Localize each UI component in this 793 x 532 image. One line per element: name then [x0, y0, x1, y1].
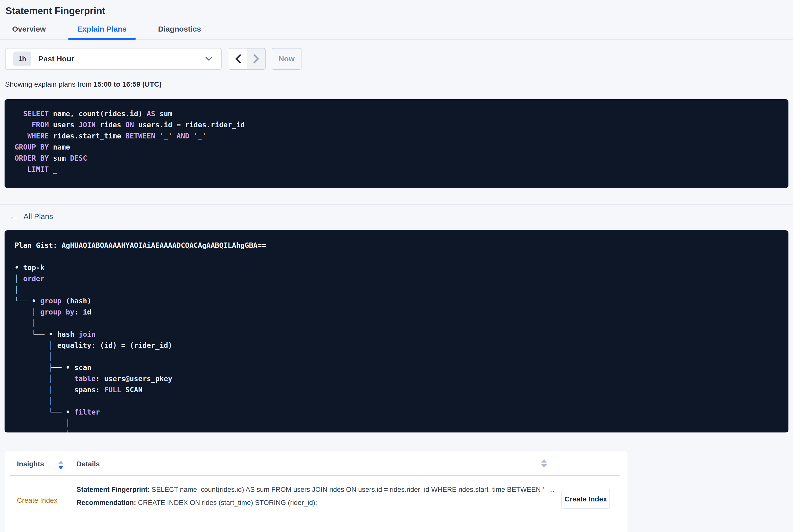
time-range-label: Past Hour — [38, 55, 74, 63]
now-button[interactable]: Now — [272, 48, 301, 70]
insight-type-link[interactable]: Create Index — [17, 496, 57, 505]
statement-fingerprint-detail: Statement Fingerprint: SELECT name, coun… — [77, 486, 554, 494]
showing-prefix: Showing explain plans from — [5, 80, 94, 88]
tab-diagnostics[interactable]: Diagnostics — [149, 19, 210, 39]
details-header-label: Details — [77, 460, 100, 471]
statement-fingerprint-label: Statement Fingerprint: — [77, 486, 150, 493]
all-plans-label: All Plans — [23, 212, 53, 221]
chevron-right-icon — [253, 54, 260, 64]
time-range-dropdown[interactable]: 1h Past Hour — [5, 48, 222, 70]
statement-fingerprint-text: SELECT name, count(rides.id) AS sum FROM… — [150, 486, 555, 493]
column-header-insights[interactable]: Insights — [17, 460, 44, 471]
sort-up-icon — [541, 459, 547, 462]
tab-bar: Overview Explain Plans Diagnostics — [0, 19, 793, 40]
all-plans-back-link[interactable]: ← All Plans — [10, 212, 53, 221]
chevron-down-icon — [205, 57, 212, 61]
time-interval-badge: 1h — [13, 52, 31, 66]
showing-range-bold: 15:00 to 16:59 (UTC) — [94, 80, 162, 88]
sort-down-icon — [541, 464, 547, 468]
insights-header-label: Insights — [17, 460, 44, 471]
recommendation-label: Recommendation: — [77, 499, 136, 507]
chevron-left-icon — [235, 54, 241, 64]
sort-icon-details[interactable] — [541, 459, 547, 468]
statement-sql-panel: SELECT name, count(rides.id) AS sum FROM… — [4, 99, 789, 188]
insights-table-card: Insights Details Create Index Statement … — [4, 451, 627, 532]
sort-down-icon — [58, 466, 64, 469]
tab-overview[interactable]: Overview — [3, 19, 55, 39]
previous-time-button[interactable] — [229, 49, 247, 69]
table-row: Create Index Statement Fingerprint: SELE… — [10, 476, 620, 522]
recommendation-detail: Recommendation: CREATE INDEX ON rides (s… — [77, 499, 317, 507]
sort-icon-insights[interactable] — [58, 460, 64, 469]
section-divider — [0, 204, 793, 205]
plan-gist-panel: Plan Gist: AgHUAQIABQAAAAHYAQIAiAEAAAADC… — [4, 230, 789, 433]
tab-explain-plans[interactable]: Explain Plans — [68, 19, 136, 39]
page-title: Statement Fingerprint — [5, 5, 106, 16]
arrow-left-icon: ← — [10, 213, 18, 220]
next-time-button[interactable] — [247, 49, 265, 69]
recommendation-text: CREATE INDEX ON rides (start_time) STORI… — [136, 499, 317, 507]
showing-range-text: Showing explain plans from 15:00 to 16:5… — [5, 80, 162, 89]
column-header-details[interactable]: Details — [77, 460, 100, 471]
create-index-button[interactable]: Create Index — [562, 490, 610, 509]
time-nav-group — [229, 48, 266, 70]
insights-table-header: Insights Details — [10, 451, 620, 476]
sort-up-icon — [58, 460, 64, 464]
